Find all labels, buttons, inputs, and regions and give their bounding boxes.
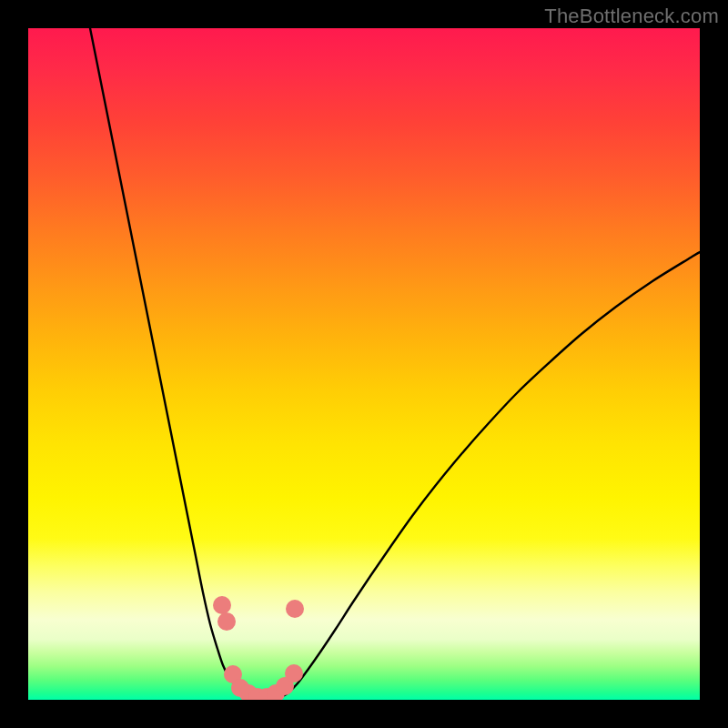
- curve-layer: [28, 28, 700, 700]
- curve-path: [90, 28, 700, 700]
- watermark-text: TheBottleneck.com: [544, 5, 719, 28]
- marker-dot: [217, 612, 236, 631]
- marker-dot: [286, 600, 304, 618]
- marker-dot: [285, 664, 303, 682]
- bottleneck-curve: [90, 28, 700, 700]
- plot-area: [28, 28, 700, 700]
- chart-frame: TheBottleneck.com: [0, 0, 728, 728]
- marker-dot: [213, 596, 231, 614]
- valley-markers: [213, 596, 304, 700]
